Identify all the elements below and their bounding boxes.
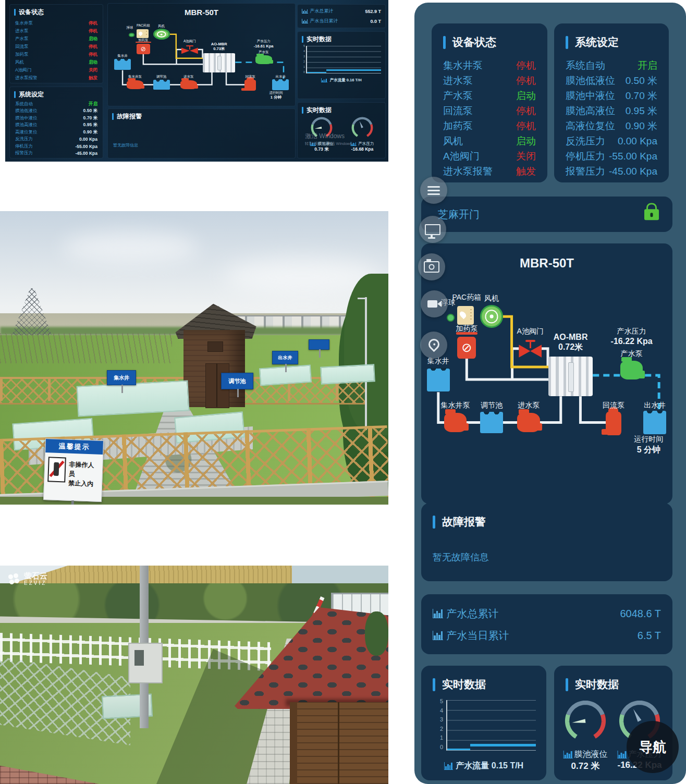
regulating-tank-label: 调节池 xyxy=(481,401,503,410)
device-status-row: 风机启动 xyxy=(15,58,97,66)
y-tick: 2 xyxy=(303,60,305,63)
device-status-row: A池阀门关闭 xyxy=(443,149,536,164)
row-label: A池阀门 xyxy=(15,67,31,74)
fan-label: 风机 xyxy=(158,23,165,28)
level-gauge xyxy=(309,115,334,140)
device-status-row: 进水泵报警触发 xyxy=(15,74,97,82)
sesame-door-label: 芝麻开门 xyxy=(438,207,480,222)
panel-title: 实时数据 xyxy=(307,35,332,44)
row-value: -45.00 Kpa xyxy=(75,151,97,156)
row-label: 高液位复位 xyxy=(15,129,38,136)
valve-a-label: A池阀门 xyxy=(517,327,544,336)
row-value: 关闭 xyxy=(89,67,97,74)
collect-well-pump-icon xyxy=(127,80,143,89)
row-label: 回流泵 xyxy=(15,44,29,50)
total-label-text: 产水当日累计 xyxy=(446,629,509,643)
system-setting-row: 报警压力-45.00 Kpa xyxy=(566,164,657,179)
bar-chart-icon xyxy=(302,19,308,23)
reflux-pump-label: 回流泵 xyxy=(603,401,624,410)
row-value: 0.50 米 xyxy=(83,108,97,114)
row-label: 膜池高液位 xyxy=(15,122,38,128)
system-setting-row: 高液位复位0.90 米 xyxy=(15,129,97,136)
regulating-tank-icon xyxy=(153,80,170,90)
row-value: 开启 xyxy=(89,101,97,107)
device-status-row: 进水泵停机 xyxy=(443,73,536,88)
y-axis-ticks: 543210 xyxy=(299,44,305,74)
bush-right xyxy=(365,611,388,656)
totals-rows: 产水总累计552.9 T产水当日累计0.0 T xyxy=(302,6,381,26)
device-status-row: 加药泵停机 xyxy=(443,118,536,133)
y-tick: 3 xyxy=(440,716,443,722)
membrane-level-label: 0.72米 xyxy=(558,341,583,352)
row-value: 0.50 米 xyxy=(626,74,657,88)
row-label: 风机 xyxy=(15,59,24,66)
tank-sign: 调节池 xyxy=(221,373,253,389)
location-button[interactable] xyxy=(420,332,447,359)
menu-button[interactable] xyxy=(420,177,447,204)
navigate-button[interactable]: 导航 xyxy=(627,721,679,773)
row-value: 0.95 米 xyxy=(626,104,657,118)
collect-well-pump-label: 集水井泵 xyxy=(441,401,470,410)
device-status-row: 集水井泵停机 xyxy=(443,58,536,73)
membrane-icon xyxy=(548,357,593,396)
mbr-diagram-card: MBR-50T 浮球PAC药箱风机加药泵A池阀门AO-MBR0.72米产水压力-… xyxy=(421,243,672,504)
card-header: 实时数据 xyxy=(566,677,619,692)
row-label: 集水井泵 xyxy=(443,59,483,72)
gauge-name: 产水压力 xyxy=(351,141,374,146)
sesame-door-card[interactable]: 芝麻开门 xyxy=(421,197,672,232)
collect-well-pump-icon xyxy=(444,413,467,432)
video-button[interactable] xyxy=(421,290,448,317)
intake-pump-icon xyxy=(517,413,540,432)
total-row: 产水总累计6048.6 T xyxy=(433,603,661,624)
accent-bar-icon xyxy=(433,516,435,529)
intake-pump-label: 进水泵 xyxy=(518,401,540,410)
accent-bar-icon xyxy=(566,678,568,691)
pressure-gauge xyxy=(350,115,375,140)
electrical-box xyxy=(128,643,163,683)
product-pump-label: 产水泵 xyxy=(621,349,643,359)
row-label: 报警压力 xyxy=(566,165,605,178)
scada-dashboard-screenshot: 设备状态 集水井泵停机进水泵停机产水泵启动回流泵停机加药泵停机风机启动A池阀门关… xyxy=(5,0,388,162)
snapshot-button[interactable] xyxy=(418,253,445,280)
monitor-button[interactable] xyxy=(419,216,446,243)
y-tick: 5 xyxy=(440,698,443,704)
totals-rows: 产水总累计6048.6 T产水当日累计6.5 T xyxy=(433,603,661,646)
pac-tank-icon xyxy=(137,29,149,38)
float-ball-icon xyxy=(129,33,134,36)
tank-cover xyxy=(77,380,190,416)
device-status-row: 回流泵停机 xyxy=(443,103,536,118)
row-label: 膜池高液位 xyxy=(566,104,615,118)
reflux-pump-icon xyxy=(244,80,256,91)
alarm-message: 暂无故障信息 xyxy=(113,142,138,148)
warning-sign: 温馨提示 非操作人员 禁止入内 xyxy=(43,438,104,502)
process-diagram: 浮球PAC药箱风机加药泵A池阀门AO-MBR0.72米产水压力-16.22 Kp… xyxy=(425,287,668,460)
scada-device-status-panel: 设备状态 集水井泵停机进水泵停机产水泵启动回流泵停机加药泵停机风机启动A池阀门关… xyxy=(9,4,103,83)
row-value: 0.70 米 xyxy=(626,89,657,103)
outlet-well-icon xyxy=(272,79,289,90)
total-value: 552.9 T xyxy=(365,9,381,14)
mobile-app-panel: 设备状态 集水井泵停机进水泵停机产水泵启动回流泵停机加药泵停机风机启动A池阀门关… xyxy=(414,3,686,784)
chart-legend: 产水流量 0.16 T/H xyxy=(298,78,385,83)
regulating-tank-label: 调节池 xyxy=(156,75,167,79)
bar-chart-icon xyxy=(310,142,316,145)
panel-title: 系统设定 xyxy=(19,90,44,99)
brand-en: EZVIZ xyxy=(24,580,47,586)
lock-icon[interactable] xyxy=(644,209,659,220)
gauge-label: 膜池液位0.72 米 xyxy=(564,749,608,772)
row-label: 产水泵 xyxy=(443,89,473,103)
row-value: 0.90 米 xyxy=(83,129,97,136)
accent-bar-icon xyxy=(14,91,16,98)
system-setting-row: 膜池高液位0.95 米 xyxy=(15,122,97,129)
total-value: 6048.6 T xyxy=(620,608,661,620)
system-setting-row: 膜池低液位0.50 米 xyxy=(15,108,97,115)
legend-text: 产水流量 0.15 T/H xyxy=(456,761,523,771)
card-header: 系统设定 xyxy=(566,35,619,50)
total-value: 0.0 T xyxy=(370,19,381,24)
panel-header: 实时数据 xyxy=(302,35,332,44)
trend-line-segment xyxy=(447,749,470,750)
fan-label: 风机 xyxy=(484,294,499,303)
membrane-level-label: 0.73米 xyxy=(213,46,225,52)
scada-diagram-panel: MBR-50T 浮球PAC药箱风机加药泵A池阀门AO-MBR0.73米产水压力-… xyxy=(107,3,296,106)
shed-vent xyxy=(207,341,223,352)
bar-chart-icon xyxy=(618,751,627,758)
